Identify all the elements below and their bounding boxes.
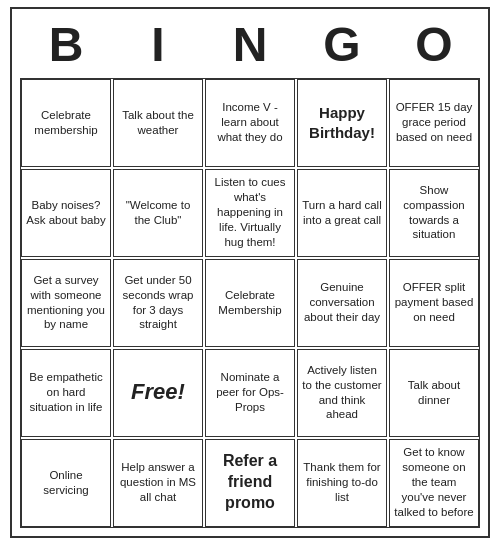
bingo-letter: B [22, 17, 110, 72]
bingo-cell: Thank them for finishing to-do list [297, 439, 387, 527]
bingo-cell: Be empathetic on hard situation in life [21, 349, 111, 437]
bingo-cell: Get a survey with someone mentioning you… [21, 259, 111, 347]
bingo-cell: Refer a friend promo [205, 439, 295, 527]
bingo-card: BINGO Celebrate membershipTalk about the… [10, 7, 490, 538]
bingo-cell: Income V - learn about what they do [205, 79, 295, 167]
bingo-cell: Turn a hard call into a great call [297, 169, 387, 257]
bingo-cell: Celebrate Membership [205, 259, 295, 347]
bingo-letter: N [206, 17, 294, 72]
bingo-cell: Help answer a question in MS all chat [113, 439, 203, 527]
bingo-cell: Listen to cues what's happening in life.… [205, 169, 295, 257]
bingo-cell: Get to know someone on the team you've n… [389, 439, 479, 527]
bingo-cell: Talk about the weather [113, 79, 203, 167]
bingo-header: BINGO [20, 17, 480, 72]
bingo-cell: Online servicing [21, 439, 111, 527]
bingo-cell: Genuine conversation about their day [297, 259, 387, 347]
bingo-letter: I [114, 17, 202, 72]
bingo-cell: Free! [113, 349, 203, 437]
bingo-cell: Happy Birthday! [297, 79, 387, 167]
bingo-cell: Show compassion towards a situation [389, 169, 479, 257]
bingo-cell: Actively listen to the customer and thin… [297, 349, 387, 437]
bingo-cell: Get under 50 seconds wrap for 3 days str… [113, 259, 203, 347]
bingo-letter: G [298, 17, 386, 72]
bingo-cell: OFFER split payment based on need [389, 259, 479, 347]
bingo-cell: Baby noises? Ask about baby [21, 169, 111, 257]
bingo-grid: Celebrate membershipTalk about the weath… [20, 78, 480, 528]
bingo-cell: Talk about dinner [389, 349, 479, 437]
bingo-cell: Celebrate membership [21, 79, 111, 167]
bingo-cell: OFFER 15 day grace period based on need [389, 79, 479, 167]
bingo-cell: Nominate a peer for Ops-Props [205, 349, 295, 437]
bingo-cell: "Welcome to the Club" [113, 169, 203, 257]
bingo-letter: O [390, 17, 478, 72]
